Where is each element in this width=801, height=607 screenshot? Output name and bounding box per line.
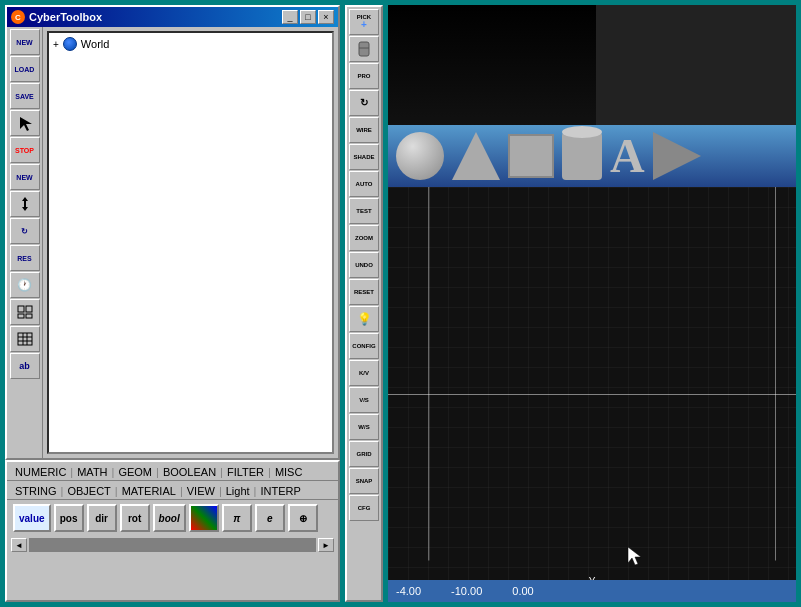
new-icon: NEW <box>15 33 35 51</box>
font-tool-btn[interactable]: ab <box>10 353 40 379</box>
menu-filter[interactable]: FILTER <box>225 466 266 478</box>
toolbox-bottom-panel: NUMERIC | MATH | GEOM | BOOLEAN | FILTER… <box>5 460 340 602</box>
select-icon <box>15 114 35 132</box>
pick-tool-btn[interactable]: PICK + <box>349 9 379 35</box>
text-shape[interactable]: A <box>610 132 645 180</box>
reset-tool-btn[interactable]: RESET <box>349 279 379 305</box>
box-shape[interactable] <box>508 134 554 178</box>
triangle-shape[interactable] <box>452 132 500 180</box>
menu-object[interactable]: OBJECT <box>65 485 112 497</box>
kv-tool-btn[interactable]: K/V <box>349 360 379 386</box>
menu-interp[interactable]: INTERP <box>258 485 302 497</box>
light-icon: 💡 <box>357 313 372 325</box>
app-icon: C <box>11 10 25 24</box>
rot-tool-btn[interactable]: ↻ <box>10 218 40 244</box>
arrow-shape[interactable] <box>653 132 701 180</box>
rot-node-btn[interactable]: rot <box>120 504 150 532</box>
svg-rect-11 <box>359 42 369 56</box>
move-tool-btn[interactable] <box>10 191 40 217</box>
maximize-button[interactable]: □ <box>300 10 316 24</box>
arrow-icon <box>653 132 701 180</box>
svg-marker-18 <box>628 547 641 565</box>
zoom-tool-btn[interactable]: ZOOM <box>349 225 379 251</box>
close-button[interactable]: × <box>318 10 334 24</box>
clock-tool-btn[interactable]: 🕐 <box>10 272 40 298</box>
grid3-tool-btn[interactable] <box>10 326 40 352</box>
cursor-svg <box>625 545 641 567</box>
dir-node-btn[interactable]: dir <box>87 504 117 532</box>
chain-node-btn[interactable]: ⊕ <box>288 504 318 532</box>
vs-tool-btn[interactable]: V/S <box>349 387 379 413</box>
axis-x-label: -4.00 <box>396 585 421 597</box>
horizontal-scrollbar: ◄ ► <box>7 536 338 554</box>
test-label: TEST <box>356 208 371 214</box>
menu-string[interactable]: STRING <box>13 485 59 497</box>
e-node-btn[interactable]: e <box>255 504 285 532</box>
color-node-btn[interactable] <box>189 504 219 532</box>
menu-misc[interactable]: MISC <box>273 466 305 478</box>
hand-tool-btn[interactable] <box>349 36 379 62</box>
menu-geom[interactable]: GEOM <box>116 466 154 478</box>
menu-material[interactable]: MATERIAL <box>120 485 178 497</box>
scroll-right-button[interactable]: ► <box>318 538 334 552</box>
world-globe-icon <box>63 37 77 51</box>
load-icon: LOAD <box>15 60 35 78</box>
render-view-secondary <box>596 5 796 125</box>
grid-view[interactable]: Y -4.00 -10.00 0.00 <box>388 187 796 602</box>
pick-plus-icon: + <box>361 20 367 30</box>
res-tool-btn[interactable]: RES <box>10 245 40 271</box>
rot2-tool-btn[interactable]: ↻ <box>349 90 379 116</box>
snap-tool-btn[interactable]: SNAP <box>349 468 379 494</box>
node-buttons: value pos dir rot bool π e ⊕ <box>7 500 338 536</box>
cursor-indicator <box>625 545 641 569</box>
scroll-left-button[interactable]: ◄ <box>11 538 27 552</box>
menu-light[interactable]: Light <box>224 485 252 497</box>
move-icon <box>15 195 35 213</box>
load-tool-btn[interactable]: LOAD <box>10 56 40 82</box>
sphere-shape[interactable] <box>396 132 444 180</box>
hand-icon <box>355 40 373 58</box>
undo-tool-btn[interactable]: UNDO <box>349 252 379 278</box>
stop-tool-btn[interactable]: STOP <box>10 137 40 163</box>
wire-tool-btn[interactable]: WIRE <box>349 117 379 143</box>
svg-rect-6 <box>18 333 32 345</box>
tree-panel[interactable]: + World <box>47 31 334 454</box>
expand-icon[interactable]: + <box>53 39 59 50</box>
new2-tool-btn[interactable]: NEW <box>10 164 40 190</box>
wire-label: WIRE <box>356 127 372 133</box>
config2-tool-btn[interactable]: CFG <box>349 495 379 521</box>
grid2-tool-btn[interactable] <box>10 299 40 325</box>
pi-node-btn[interactable]: π <box>222 504 252 532</box>
world-tree-item[interactable]: + World <box>53 37 328 51</box>
test-tool-btn[interactable]: TEST <box>349 198 379 224</box>
minimize-button[interactable]: _ <box>282 10 298 24</box>
text-a-icon: A <box>610 132 645 180</box>
ws-tool-btn[interactable]: W/S <box>349 414 379 440</box>
grid-tool-btn[interactable]: GRID <box>349 441 379 467</box>
axis-z-label: 0.00 <box>512 585 533 597</box>
svg-rect-2 <box>18 306 24 312</box>
menu-math[interactable]: MATH <box>75 466 109 478</box>
grid-svg: Y <box>388 187 796 602</box>
shade-tool-btn[interactable]: SHADE <box>349 144 379 170</box>
bool-node-btn[interactable]: bool <box>153 504 186 532</box>
kv-label: K/V <box>359 370 369 376</box>
save-tool-btn[interactable]: SAVE <box>10 83 40 109</box>
menu-numeric[interactable]: NUMERIC <box>13 466 68 478</box>
window-controls: _ □ × <box>282 10 334 24</box>
select-tool-btn[interactable] <box>10 110 40 136</box>
auto-tool-btn[interactable]: AUTO <box>349 171 379 197</box>
config-tool-btn[interactable]: CONFIG <box>349 333 379 359</box>
new-tool-btn[interactable]: NEW <box>10 29 40 55</box>
cylinder-shape[interactable] <box>562 132 602 180</box>
pos-node-btn[interactable]: pos <box>54 504 84 532</box>
triangle-icon <box>452 132 500 180</box>
menu-boolean[interactable]: BOOLEAN <box>161 466 218 478</box>
value-node-btn[interactable]: value <box>13 504 51 532</box>
menu-view[interactable]: VIEW <box>185 485 217 497</box>
sphere-icon <box>396 132 444 180</box>
axis-label-bar: -4.00 -10.00 0.00 <box>388 580 796 602</box>
light-tool-btn[interactable]: 💡 <box>349 306 379 332</box>
scroll-track[interactable] <box>29 538 316 552</box>
pro-tool-btn[interactable]: PRO <box>349 63 379 89</box>
